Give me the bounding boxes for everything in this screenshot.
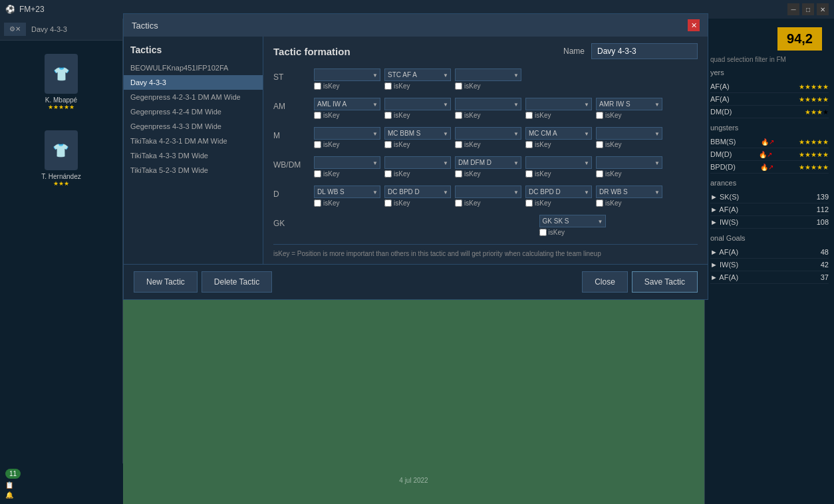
pos-select-wbdm-5[interactable]: [596, 156, 662, 169]
pos-select-am-3[interactable]: [455, 98, 521, 110]
pos-slot: isKey: [314, 156, 380, 178]
pos-select-d-4[interactable]: DC BPD D: [525, 186, 592, 198]
formation-title: Tactic formation: [273, 46, 350, 57]
iskey-checkbox-gk[interactable]: [539, 229, 547, 236]
iskey-checkbox-m-2[interactable]: [384, 141, 392, 148]
tactic-item-0[interactable]: BEOWULFKnap451IFP102FA: [124, 61, 263, 75]
pos-select-am-4[interactable]: [525, 98, 592, 110]
iskey-checkbox-d-1[interactable]: [314, 199, 321, 207]
pos-select-m-5[interactable]: [596, 127, 662, 140]
tactic-item-2[interactable]: Gegenpress 4-2-3-1 DM AM Wide: [124, 90, 263, 104]
tactic-item-5[interactable]: TikiTaka 4-2-3-1 DM AM Wide: [124, 134, 263, 148]
iskey-label: isKey: [464, 170, 480, 178]
player-card-hernandez: 👕 T. Hernández ★★★: [41, 130, 80, 187]
pos-slot: isKey: [314, 127, 380, 148]
new-tactic-button[interactable]: New Tactic: [134, 271, 198, 293]
iskey-checkbox-st-2[interactable]: [384, 82, 392, 90]
close-button[interactable]: Close: [582, 271, 628, 293]
iskey-checkbox-wbdm-5[interactable]: [596, 170, 603, 178]
title-bar-controls[interactable]: ─ □ ✕: [787, 3, 829, 15]
save-tactic-button[interactable]: Save Tactic: [632, 271, 698, 293]
pos-select-wbdm-2[interactable]: [384, 156, 451, 169]
tactic-item-3[interactable]: Gegenpress 4-2-4 DM Wide: [124, 104, 263, 119]
iskey-checkbox-m-3[interactable]: [455, 141, 462, 148]
pos-select-d-1[interactable]: DL WB S: [314, 186, 380, 198]
tactic-item-6[interactable]: TikiTaka 4-3-3 DM Wide: [124, 148, 263, 163]
tactic-name-input[interactable]: [591, 43, 698, 59]
pos-select-m-1[interactable]: [314, 127, 380, 140]
pos-select-am-5[interactable]: AMR IW S: [596, 98, 662, 110]
iskey-checkbox-d-3[interactable]: [455, 199, 462, 207]
position-row-am: AM AML IW A isKey isKey: [273, 98, 698, 119]
iskey-checkbox-wbdm-1[interactable]: [314, 170, 321, 178]
bg-sidebar: ⚙✕ Davy 4-3-3 👕 K. Mbappé ★★★★★ 👕 T. Her…: [0, 19, 123, 504]
pos-slot: MC BBM S isKey: [384, 127, 451, 148]
pos-select-am-1[interactable]: AML IW A: [314, 98, 380, 110]
pos-select-st-2[interactable]: STC AF A: [384, 68, 451, 81]
footer-left-buttons: New Tactic Delete Tactic: [134, 271, 272, 293]
modal-close-button[interactable]: ✕: [688, 19, 700, 31]
pos-select-d-5[interactable]: DR WB S: [596, 186, 662, 198]
iskey-checkbox-am-5[interactable]: [596, 112, 603, 119]
footer-note: isKey = Position is more important than …: [273, 244, 698, 257]
iskey-checkbox-d-5[interactable]: [596, 199, 603, 207]
position-row-m: M isKey MC BBM S isKey: [273, 127, 698, 148]
iskey-label: isKey: [323, 82, 339, 90]
close-app-button[interactable]: ✕: [817, 3, 829, 15]
iskey-checkbox-st-3[interactable]: [455, 82, 462, 90]
delete-tactic-button[interactable]: Delete Tactic: [202, 271, 272, 293]
iskey-checkbox-am-4[interactable]: [525, 112, 533, 119]
pos-slot: STC AF A isKey: [384, 68, 451, 90]
iskey-label: isKey: [605, 170, 621, 178]
iskey-checkbox-am-2[interactable]: [384, 112, 392, 119]
pos-select-d-3[interactable]: [455, 186, 521, 198]
tactics-nav-icon[interactable]: ⚙✕: [4, 23, 26, 36]
bottom-nav-icon1[interactable]: 📋: [5, 481, 13, 489]
pos-label-m: M: [273, 127, 310, 140]
right-item: DM(D) 🔥↗ ★★★★★: [710, 148, 829, 161]
iskey-label: isKey: [394, 112, 410, 119]
iskey-checkbox-wbdm-2[interactable]: [384, 170, 392, 178]
iskey-label: isKey: [464, 141, 480, 148]
pos-select-m-3[interactable]: [455, 127, 521, 140]
pos-select-wbdm-1[interactable]: [314, 156, 380, 169]
tactic-item-7[interactable]: TikiTaka 5-2-3 DM Wide: [124, 163, 263, 178]
pos-select-st-1[interactable]: [314, 68, 380, 81]
tactics-list-panel: Tactics BEOWULFKnap451IFP102FA Davy 4-3-…: [124, 37, 263, 264]
iskey-checkbox-m-4[interactable]: [525, 141, 533, 148]
minimize-button[interactable]: ─: [787, 3, 799, 15]
iskey-checkbox-m-5[interactable]: [596, 141, 603, 148]
pos-select-d-2[interactable]: DC BPD D: [384, 186, 451, 198]
iskey-checkbox-wbdm-3[interactable]: [455, 170, 462, 178]
iskey-checkbox-d-4[interactable]: [525, 199, 533, 207]
pos-select-am-2[interactable]: [384, 98, 451, 110]
pos-slot: isKey: [596, 156, 662, 178]
iskey-checkbox-wbdm-4[interactable]: [525, 170, 533, 178]
iskey-checkbox-am-3[interactable]: [455, 112, 462, 119]
pos-select-wbdm-4[interactable]: [525, 156, 592, 169]
iskey-checkbox-am-1[interactable]: [314, 112, 321, 119]
pos-slots-st: isKey STC AF A isKey: [314, 68, 698, 90]
pos-select-wbdm-3[interactable]: DM DFM D: [455, 156, 521, 169]
iskey-row: isKey: [314, 82, 339, 90]
tactic-item-4[interactable]: Gegenpress 4-3-3 DM Wide: [124, 119, 263, 134]
pos-select-gk[interactable]: GK SK S: [539, 215, 606, 227]
section-title-clearances: arances: [710, 179, 829, 187]
iskey-checkbox-m-1[interactable]: [314, 141, 321, 148]
bottom-nav-icon2[interactable]: 🔔: [5, 491, 13, 499]
maximize-button[interactable]: □: [802, 3, 814, 15]
right-panel-youngsters-section: ungsters BBM(S) 🔥↗ ★★★★★ DM(D) 🔥↗ ★★★★★ …: [710, 124, 829, 174]
iskey-label: isKey: [323, 170, 339, 178]
pos-select-m-2[interactable]: MC BBM S: [384, 127, 451, 140]
right-item: ► SK(S) 139: [710, 191, 829, 203]
name-label: Name: [563, 47, 585, 56]
pos-slots-d: DL WB S isKey DC BPD D isKey: [314, 186, 698, 207]
iskey-checkbox-st-1[interactable]: [314, 82, 321, 90]
pos-select-st-3[interactable]: [455, 68, 521, 81]
tactic-item-1[interactable]: Davy 4-3-3: [124, 75, 263, 90]
right-item: BBM(S) 🔥↗ ★★★★★: [710, 136, 829, 148]
pos-label-wbdm: WB/DM: [273, 156, 310, 170]
iskey-checkbox-d-2[interactable]: [384, 199, 392, 207]
iskey-label: isKey: [535, 141, 551, 148]
pos-select-m-4[interactable]: MC CM A: [525, 127, 592, 140]
